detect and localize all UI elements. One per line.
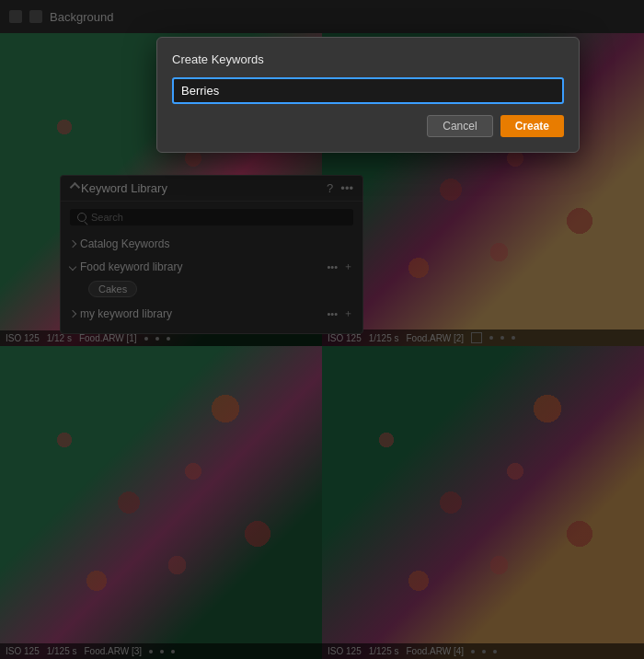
create-keywords-dialog: Create Keywords Cancel Create	[156, 37, 580, 153]
create-button[interactable]: Create	[500, 115, 564, 137]
dialog-title: Create Keywords	[172, 52, 564, 66]
dialog-buttons: Cancel Create	[172, 115, 564, 137]
cancel-button[interactable]: Cancel	[427, 115, 492, 137]
keyword-name-input[interactable]	[172, 77, 564, 104]
